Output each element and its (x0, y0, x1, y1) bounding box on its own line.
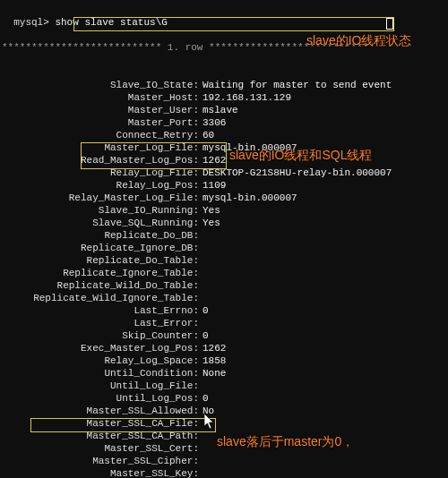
field-value: No (202, 405, 214, 416)
annotation-io-state: slave的IO线程状态 (306, 32, 411, 48)
field-key: Replicate_Do_Table: (2, 254, 199, 267)
status-field: Master_Host:192.168.131.129 (2, 91, 448, 104)
field-key: Last_Errno: (2, 304, 199, 317)
status-field: Until_Log_File: (2, 380, 448, 392)
field-value: 0 (202, 330, 209, 341)
status-field: Replicate_Wild_Ignore_Table: (2, 292, 448, 304)
field-value: DESKTOP-G21S8HU-relay-bin.000007 (202, 167, 392, 178)
field-key: Replicate_Ignore_Table: (2, 267, 199, 279)
field-key: Relay_Log_File: (2, 166, 199, 179)
status-field: Relay_Log_Pos:1109 (2, 179, 448, 192)
field-value: 0 (202, 393, 209, 404)
annotation-seconds-behind: slave落后于master为0， 表示SQL线程已经执行完 relay log… (217, 401, 406, 478)
status-field: Master_User:mslave (2, 104, 448, 116)
status-field: Slave_IO_Running:Yes (2, 204, 448, 217)
sql-command: show slave status\G (55, 17, 167, 28)
field-key: Master_SSL_CA_Path: (2, 430, 199, 442)
field-key: Replicate_Wild_Ignore_Table: (2, 292, 199, 304)
field-value: 1262 (202, 343, 226, 354)
status-field: Master_Log_File:mysql-bin.000007 (2, 141, 448, 154)
field-value: mslave (202, 105, 238, 115)
field-key: Slave_IO_State: (2, 79, 199, 91)
status-field: Replicate_Do_DB: (2, 229, 448, 242)
field-key: Master_SSL_Key: (2, 467, 199, 478)
status-field: Replicate_Ignore_DB: (2, 242, 448, 254)
field-key: Until_Condition: (2, 367, 199, 380)
status-field: Connect_Retry:60 (2, 129, 448, 141)
field-value: 0 (202, 305, 209, 316)
field-value: mysql-bin.000007 (202, 192, 297, 203)
field-key: Read_Master_Log_Pos: (2, 154, 199, 166)
field-value: Yes (202, 218, 220, 228)
field-key: Skip_Counter: (2, 329, 199, 342)
field-value: 1262 (202, 155, 226, 166)
status-field: Relay_Log_Space:1858 (2, 354, 448, 367)
status-field: Replicate_Do_Table: (2, 254, 448, 267)
field-key: Master_Port: (2, 116, 199, 129)
field-key: Master_SSL_CA_File: (2, 417, 199, 430)
status-field: Last_Errno:0 (2, 304, 448, 317)
field-key: Master_SSL_Cert: (2, 442, 199, 455)
status-field: Replicate_Wild_Do_Table: (2, 279, 448, 292)
field-key: Master_SSL_Cipher: (2, 455, 199, 467)
field-key: Replicate_Ignore_DB: (2, 242, 199, 254)
status-field: Replicate_Ignore_Table: (2, 267, 448, 279)
status-field: Last_Error: (2, 317, 448, 329)
field-key: Replicate_Do_DB: (2, 229, 199, 242)
field-key: Connect_Retry: (2, 129, 199, 141)
field-key: Until_Log_File: (2, 380, 199, 392)
field-key: Master_Host: (2, 91, 199, 104)
field-value: 1109 (202, 180, 226, 191)
field-key: Relay_Master_Log_File: (2, 192, 199, 204)
status-field: Slave_IO_State:Waiting for master to sen… (2, 79, 448, 91)
field-key: Slave_SQL_Running: (2, 217, 199, 229)
status-field: Skip_Counter:0 (2, 329, 448, 342)
field-value: Waiting for master to send event (202, 80, 392, 90)
field-key: Exec_Master_Log_Pos: (2, 342, 199, 354)
terminal-output: mysql> show slave status\G *************… (0, 0, 448, 478)
field-value: None (202, 368, 226, 379)
mysql-prompt: mysql> (13, 17, 55, 28)
field-key: Master_User: (2, 104, 199, 116)
field-key: Relay_Log_Pos: (2, 179, 199, 192)
field-key: Slave_IO_Running: (2, 204, 199, 217)
status-field: Exec_Master_Log_Pos:1262 (2, 342, 448, 354)
field-key: Until_Log_Pos: (2, 392, 199, 405)
field-value: 192.168.131.129 (202, 92, 291, 103)
field-value: 60 (202, 130, 214, 141)
field-key: Replicate_Wild_Do_Table: (2, 279, 199, 292)
field-key: Relay_Log_Space: (2, 354, 199, 367)
field-key: Last_Error: (2, 317, 199, 329)
annotation-line: slave落后于master为0， (217, 433, 406, 449)
status-field: Master_Port:3306 (2, 116, 448, 129)
status-field: Until_Condition:None (2, 367, 448, 380)
field-key: Master_SSL_Allowed: (2, 405, 199, 417)
status-field: Read_Master_Log_Pos:1262 (2, 154, 448, 166)
status-field: Relay_Master_Log_File:mysql-bin.000007 (2, 192, 448, 204)
annotation-running: slave的IO线程和SQL线程 (229, 147, 372, 163)
field-value: 3306 (202, 117, 226, 128)
text-caret (386, 18, 393, 30)
field-key: Master_Log_File: (2, 141, 199, 154)
status-field: Slave_SQL_Running:Yes (2, 217, 448, 229)
field-value: 1858 (202, 355, 226, 366)
field-value: Yes (202, 205, 220, 216)
status-field: Relay_Log_File:DESKTOP-G21S8HU-relay-bin… (2, 166, 448, 179)
